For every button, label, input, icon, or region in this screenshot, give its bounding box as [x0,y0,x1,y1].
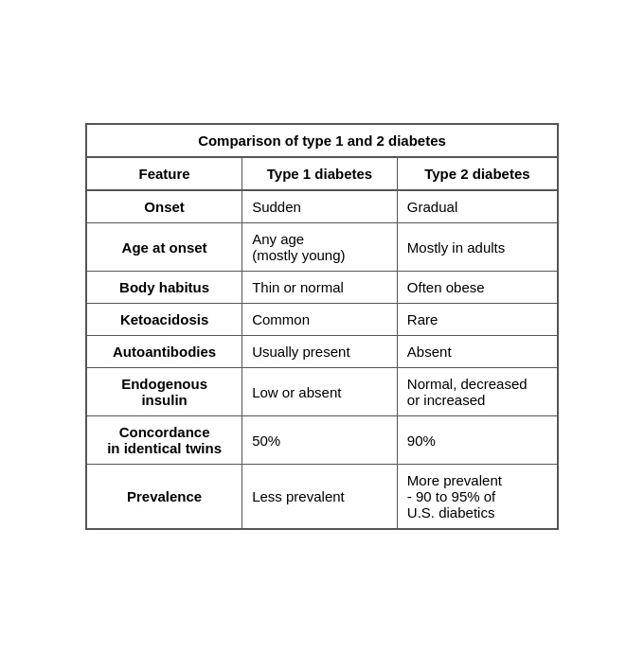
cell-type1-2: Thin or normal [242,272,398,304]
cell-type1-1: Any age(mostly young) [242,223,398,272]
cell-feature-1: Age at onset [87,223,242,272]
cell-type1-7: Less prevalent [242,465,398,529]
table-row: KetoacidosisCommonRare [87,304,557,336]
cell-type2-7: More prevalent- 90 to 95% of U.S. diabet… [397,465,557,529]
cell-feature-6: Concordancein identical twins [87,416,242,465]
cell-type1-4: Usually present [242,336,398,368]
header-type2: Type 2 diabetes [397,157,557,190]
cell-feature-7: Prevalence [87,465,242,529]
table-row: PrevalenceLess prevalentMore prevalent- … [87,465,557,529]
table-body: OnsetSuddenGradualAge at onsetAny age(mo… [87,190,557,528]
cell-feature-5: Endogenous insulin [87,368,242,416]
caption-row: Comparison of type 1 and 2 diabetes [87,125,557,157]
table-caption: Comparison of type 1 and 2 diabetes [87,125,557,157]
table-row: Age at onsetAny age(mostly young)Mostly … [87,223,557,272]
cell-type2-6: 90% [397,416,557,465]
header-type1: Type 1 diabetes [242,157,398,190]
cell-type2-2: Often obese [397,272,557,304]
cell-feature-2: Body habitus [87,272,242,304]
cell-type1-5: Low or absent [242,368,398,416]
cell-type1-6: 50% [242,416,398,465]
header-row: Feature Type 1 diabetes Type 2 diabetes [87,157,557,190]
table-row: OnsetSuddenGradual [87,190,557,223]
cell-feature-3: Ketoacidosis [87,304,242,336]
table-row: Concordancein identical twins50%90% [87,416,557,465]
cell-feature-4: Autoantibodies [87,336,242,368]
cell-type2-3: Rare [397,304,557,336]
cell-type1-0: Sudden [242,190,398,223]
table-row: AutoantibodiesUsually presentAbsent [87,336,557,368]
cell-type2-4: Absent [397,336,557,368]
comparison-table: Comparison of type 1 and 2 diabetes Feat… [85,123,559,530]
cell-type2-5: Normal, decreasedor increased [397,368,557,416]
table-row: Endogenous insulinLow or absentNormal, d… [87,368,557,416]
header-feature: Feature [87,157,242,190]
cell-type1-3: Common [242,304,398,336]
cell-type2-0: Gradual [397,190,557,223]
cell-feature-0: Onset [87,190,242,223]
cell-type2-1: Mostly in adults [397,223,557,272]
table-row: Body habitusThin or normalOften obese [87,272,557,304]
